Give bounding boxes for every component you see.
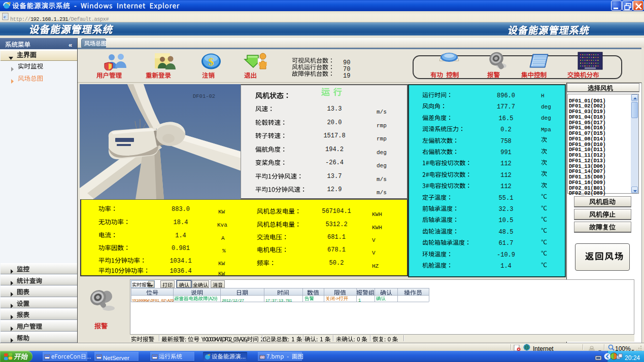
svg-text:DF01-02: DF01-02 xyxy=(193,93,215,99)
svg-text:e: e xyxy=(4,14,6,19)
svg-text:$: $ xyxy=(209,55,214,68)
